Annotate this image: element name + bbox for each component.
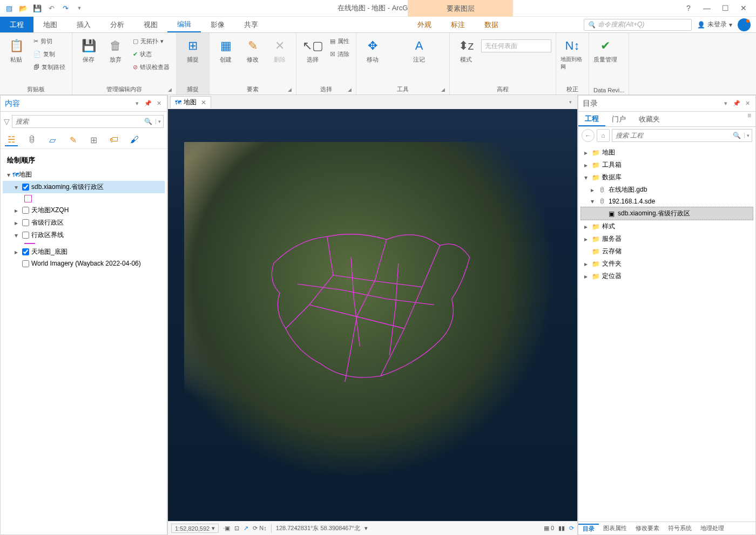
open-icon[interactable]: 📂 <box>17 2 29 14</box>
tree-gdb[interactable]: ▸🛢在线地图.gdb <box>580 184 753 196</box>
tree-locators[interactable]: ▸📁定位器 <box>580 270 753 282</box>
refresh-icon[interactable]: ⟳ <box>569 525 574 532</box>
pin-icon[interactable]: 📌 <box>144 100 152 107</box>
btab-modify[interactable]: 修改要素 <box>631 524 664 532</box>
create-button[interactable]: ▦创建 <box>214 35 238 64</box>
ground-to-grid-button[interactable]: N↕地面到格网 <box>561 35 584 71</box>
attributes-button[interactable]: ▤ 属性 <box>328 35 352 47</box>
scale-selector[interactable]: 1:52,820,592 ▾ <box>171 524 219 533</box>
tree-maps[interactable]: ▸📁地图 <box>580 146 753 159</box>
contents-search-input[interactable] <box>12 118 141 125</box>
btab-geoprocessing[interactable]: 地理处理 <box>696 524 728 532</box>
catalog-tab-portal[interactable]: 门户 <box>605 112 632 126</box>
list-selection-icon[interactable]: ▱ <box>46 133 59 146</box>
home-icon[interactable]: ⌂ <box>597 129 610 142</box>
tab-view[interactable]: 视图 <box>134 17 167 32</box>
list-drawing-order-icon[interactable]: ☵ <box>5 133 18 146</box>
toc-layer-sdb[interactable]: ▾sdb.xiaoming.省级行政区 <box>3 181 165 193</box>
search-icon[interactable]: 🔍 <box>141 118 156 125</box>
paste-button[interactable]: 📋粘贴 <box>4 35 28 64</box>
list-perspective-icon[interactable]: 🖌 <box>128 133 141 146</box>
catalog-search[interactable]: 🔍 ▾ <box>612 129 752 142</box>
move-button[interactable]: ✥移动 <box>361 35 384 64</box>
pause-icon[interactable]: ▮▮ <box>558 525 565 532</box>
surface-selector[interactable]: 无任何表面 <box>481 39 551 52</box>
selected-features[interactable]: ▦ 0 <box>544 525 554 532</box>
cut-button[interactable]: ✂ 剪切 <box>31 35 68 47</box>
tree-cloud[interactable]: 📁云存储 <box>580 245 753 258</box>
btab-catalog[interactable]: 目录 <box>578 524 599 533</box>
tree-toolbox[interactable]: ▸📁工具箱 <box>580 159 753 171</box>
status-icon[interactable]: ⟳ N↕ <box>253 525 267 532</box>
login-status[interactable]: 👤未登录 ▾ <box>697 20 732 29</box>
quality-button[interactable]: ✔质量管理 <box>593 35 617 64</box>
close-tab-icon[interactable]: ✕ <box>201 99 206 106</box>
list-source-icon[interactable]: 🛢 <box>25 133 38 146</box>
command-search[interactable]: 🔍 命令搜索(Alt+Q) <box>584 19 692 31</box>
save-icon[interactable]: 💾 <box>31 2 43 14</box>
tab-data[interactable]: 数据 <box>475 17 508 32</box>
tree-styles[interactable]: ▸📁样式 <box>580 220 753 233</box>
clear-selection-button[interactable]: ☒ 清除 <box>328 48 352 60</box>
toc-layer-boundary[interactable]: ▾行政区界线 <box>3 229 165 241</box>
search-dropdown-icon[interactable]: ▾ <box>744 133 752 138</box>
layer-checkbox[interactable] <box>22 248 29 255</box>
search-dropdown-icon[interactable]: ▾ <box>156 119 163 124</box>
btab-chart[interactable]: 图表属性 <box>599 524 631 532</box>
catalog-search-input[interactable] <box>612 132 730 139</box>
layer-checkbox[interactable] <box>22 207 29 214</box>
tab-labeling[interactable]: 标注 <box>441 17 475 32</box>
layer-checkbox[interactable] <box>22 260 29 267</box>
search-icon[interactable]: 🔍 <box>730 132 744 139</box>
close-panel-icon[interactable]: ✕ <box>744 100 751 107</box>
map-canvas[interactable] <box>168 109 577 521</box>
error-inspector-button[interactable]: ⊘ 错误检查器 <box>131 61 172 73</box>
annotate-button[interactable]: A注记 <box>407 35 431 64</box>
list-editing-icon[interactable]: ✎ <box>66 133 79 146</box>
pin-icon[interactable]: 📌 <box>733 100 740 107</box>
tab-share[interactable]: 共享 <box>234 17 268 32</box>
tab-project[interactable]: 工程 <box>0 17 33 32</box>
new-project-icon[interactable]: ▨ <box>3 2 15 14</box>
delete-button[interactable]: ✕删除 <box>268 35 292 64</box>
close-panel-icon[interactable]: ✕ <box>155 100 163 107</box>
menu-icon[interactable]: ≡ <box>743 112 755 126</box>
close-button[interactable]: ✕ <box>735 2 752 15</box>
tab-insert[interactable]: 插入 <box>67 17 100 32</box>
mode-button[interactable]: ⬍z模式 <box>454 35 478 64</box>
contents-search[interactable]: 🔍 ▾ <box>12 115 164 128</box>
dropdown-icon[interactable]: ▾ <box>722 100 730 107</box>
notification-icon[interactable] <box>738 18 751 31</box>
tree-databases[interactable]: ▾📁数据库 <box>580 171 753 184</box>
minimize-button[interactable]: — <box>699 2 715 15</box>
status-icon[interactable]: ·▣ <box>223 525 230 532</box>
no-topology-button[interactable]: ▢ 无拓扑 ▾ <box>131 35 172 47</box>
status-button[interactable]: ✔ 状态 <box>131 48 172 60</box>
maximize-button[interactable]: ☐ <box>717 2 733 15</box>
btab-symbology[interactable]: 符号系统 <box>664 524 696 532</box>
toc-layer-tdt[interactable]: ▸天地图XZQH <box>3 204 165 216</box>
toc-layer-imagery[interactable]: ▸World Imagery (Wayback 2022-04-06) <box>3 258 165 269</box>
tab-analysis[interactable]: 分析 <box>100 17 134 32</box>
status-icon[interactable]: ⊡ <box>234 525 239 532</box>
layer-checkbox[interactable] <box>22 219 29 226</box>
tab-imagery[interactable]: 影像 <box>201 17 234 32</box>
toc-layer-basemap[interactable]: ▸天地图_底图 <box>3 246 165 258</box>
copy-button[interactable]: 📄 复制 <box>31 48 68 60</box>
redo-icon[interactable]: ↷ <box>59 2 71 14</box>
layer-checkbox[interactable] <box>22 184 29 191</box>
catalog-tab-favorites[interactable]: 收藏夹 <box>632 112 666 126</box>
tree-folders[interactable]: ▸📁文件夹 <box>580 258 753 270</box>
map-tab[interactable]: 🗺地图 ✕ <box>170 96 211 108</box>
undo-icon[interactable]: ↶ <box>45 2 57 14</box>
view-options-icon[interactable]: ▾ <box>566 99 575 105</box>
list-snapping-icon[interactable]: ⊞ <box>87 133 100 146</box>
toc-layer-prov[interactable]: ▸省级行政区 <box>3 216 165 229</box>
filter-icon[interactable]: ▽ <box>4 117 10 126</box>
save-edits-button[interactable]: 💾保存 <box>77 35 100 64</box>
qat-dropdown-icon[interactable]: ▼ <box>73 2 85 14</box>
toc-map-item[interactable]: ▾🗺 地图 <box>3 168 165 181</box>
layer-checkbox[interactable] <box>22 232 29 239</box>
tab-map[interactable]: 地图 <box>33 17 67 32</box>
back-icon[interactable]: ← <box>582 129 595 142</box>
